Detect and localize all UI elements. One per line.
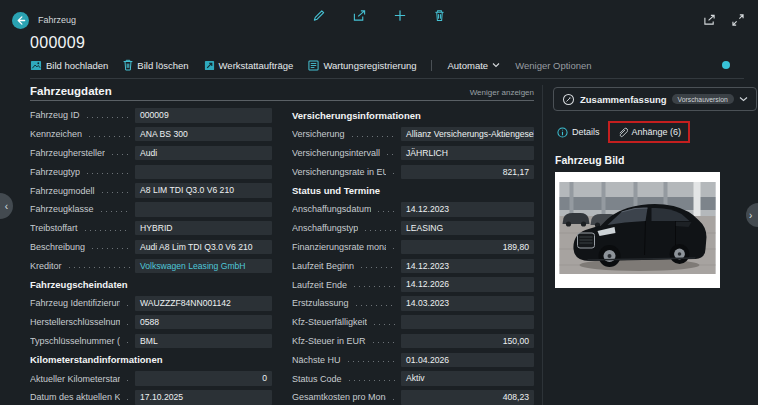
add-icon (394, 9, 407, 22)
dotted-leader (125, 379, 130, 382)
dotted-leader (100, 191, 130, 194)
field-value[interactable]: BML (135, 334, 272, 349)
field-value[interactable]: 000009 (135, 108, 272, 123)
back-arrow-icon (15, 15, 26, 26)
field-value[interactable]: 14.12.2023 (401, 202, 534, 217)
subsection-header: Versicherungsinformationen (292, 106, 534, 125)
delete-button[interactable] (434, 9, 446, 22)
form-field-row: Kfz-Steuer in EUR150,00 (292, 332, 534, 351)
form-field-row: Fahrzeugtyp (30, 162, 272, 181)
field-value[interactable] (135, 165, 272, 180)
form-field-row: VersicherungsintervallJÄHRLICH (292, 144, 534, 163)
vehicle-photo[interactable] (555, 172, 720, 288)
field-value[interactable]: HYBRID (135, 221, 272, 236)
field-value[interactable]: Audi (135, 146, 272, 161)
form-field-row: Laufzeit Ende14.12.2026 (292, 275, 534, 294)
tab-attachments[interactable]: Anhänge (6) (608, 121, 691, 143)
field-label: Typschlüsselnummer (TSN) (30, 336, 120, 346)
dotted-leader (359, 266, 396, 269)
field-label: Fahrzeug Identifizierungsnum... (30, 298, 120, 308)
field-value[interactable]: 189,80 (401, 240, 534, 255)
field-label: Fahrzeugklasse (30, 204, 94, 214)
field-label: Anschaffungstyp (292, 223, 358, 233)
form-field-row: Fahrzeug Identifizierungsnum...WAUZZZF84… (30, 294, 272, 313)
automate-menu[interactable]: Automate (447, 60, 500, 71)
form-field-row: Versicherungsrate in EUR821,17 (292, 162, 534, 181)
window-controls (703, 14, 744, 26)
field-value[interactable]: LEASING (401, 221, 534, 236)
subsection-header: Kilometerstandinformationen (30, 350, 272, 369)
dotted-leader (350, 135, 396, 138)
vehicle-data-section: Fahrzeugdaten Weniger anzeigen Fahrzeug … (30, 85, 542, 405)
field-value[interactable]: 01.04.2026 (401, 353, 534, 368)
field-value[interactable]: ANA BS 300 (135, 127, 272, 142)
field-value[interactable]: A8 LIM TDI Q3.0 V6 210 (135, 183, 272, 198)
field-value[interactable]: 150,00 (401, 334, 534, 349)
form-field-row: KreditorVolkswagen Leasing GmbH (30, 256, 272, 275)
action-label: Bild löschen (137, 60, 188, 71)
field-value[interactable]: 0 (135, 371, 272, 386)
field-value[interactable] (401, 315, 534, 330)
summary-tabs: Details Anhänge (6) (555, 121, 757, 143)
more-options-menu[interactable]: Weniger Optionen (515, 60, 591, 71)
field-label: Kreditor (30, 261, 62, 271)
field-value[interactable]: JÄHRLICH (401, 146, 534, 161)
field-value[interactable]: 17.10.2025 (135, 390, 272, 405)
dotted-leader (391, 398, 396, 401)
dotted-leader (376, 210, 396, 213)
subsection-header: Fahrzeugscheindaten (30, 275, 272, 294)
summary-card[interactable]: Zusammenfassung Vorschauversion (553, 87, 757, 111)
tab-details[interactable]: Details (555, 125, 602, 140)
field-value[interactable]: WAUZZZF84NN001142 (135, 296, 272, 311)
field-value[interactable]: 821,17 (401, 165, 534, 180)
fields-column-middle: VersicherungsinformationenVersicherungAl… (292, 106, 534, 405)
form-field-row: Fahrzeug ID000009 (30, 106, 272, 125)
field-value[interactable]: 0588 (135, 315, 272, 330)
image-upload-icon (30, 60, 42, 71)
form-field-row: Anschaffungsdatum14.12.2023 (292, 200, 534, 219)
field-label: Kfz-Steuer in EUR (292, 336, 366, 346)
open-record-button[interactable] (353, 9, 367, 22)
maintenance-icon (308, 60, 319, 71)
field-value[interactable]: 14.12.2023 (401, 259, 534, 274)
field-label: Anschaffungsdatum (292, 204, 371, 214)
field-value[interactable] (135, 202, 272, 217)
delete-image-action[interactable]: Bild löschen (123, 59, 188, 71)
field-value[interactable]: 408,23 (401, 390, 534, 405)
form-field-row: Finanzierungsrate monatlich in...189,80 (292, 238, 534, 257)
dotted-leader (125, 341, 130, 344)
field-label: Fahrzeughersteller (30, 148, 105, 158)
breadcrumb[interactable]: Fahrzeug (38, 15, 76, 25)
field-label: Herstellerschlüsselnummer (HS... (30, 317, 120, 327)
dotted-leader (391, 172, 396, 175)
form-field-row: Fahrzeugklasse (30, 200, 272, 219)
back-button[interactable] (12, 12, 29, 29)
maintenance-registration-action[interactable]: Wartungsregistrierung (308, 60, 416, 71)
form-field-row: Erstzulassung14.03.2023 (292, 294, 534, 313)
form-field-row: FahrzeugmodellA8 LIM TDI Q3.0 V6 210 (30, 181, 272, 200)
upload-image-action[interactable]: Bild hochladen (30, 60, 108, 71)
show-less-link[interactable]: Weniger anzeigen (470, 88, 534, 97)
field-value[interactable]: 14.12.2026 (401, 277, 534, 292)
dotted-leader (346, 360, 396, 363)
dotted-leader (391, 247, 396, 250)
field-value-link[interactable]: Volkswagen Leasing GmbH (135, 259, 272, 274)
form-field-row: Typschlüsselnummer (TSN)BML (30, 332, 272, 351)
open-in-new-window-button[interactable] (703, 14, 716, 26)
form-field-row: Gesamtkosten pro Monat in EUR408,23 (292, 388, 534, 405)
work-orders-action[interactable]: Werkstattaufträge (204, 60, 294, 71)
edit-button[interactable] (313, 9, 326, 22)
new-button[interactable] (394, 9, 407, 22)
form-field-row: BeschreibungAudi A8 Lim TDI Q3.0 V6 210 (30, 238, 272, 257)
fit-to-window-button[interactable] (732, 14, 744, 26)
dotted-leader (363, 229, 396, 232)
summary-title: Zusammenfassung (580, 94, 667, 105)
dotted-leader (87, 135, 130, 138)
field-value[interactable]: Audi A8 Lim TDI Q3.0 V6 210 (135, 240, 272, 255)
field-value[interactable]: 14.03.2023 (401, 296, 534, 311)
field-value[interactable]: Aktiv (401, 371, 534, 386)
field-value[interactable]: Allianz Versicherungs-Aktiengesellschaft (401, 127, 534, 142)
field-label: Versicherungsintervall (292, 148, 380, 158)
delete-icon (434, 9, 446, 22)
form-field-row: TreibstoffartHYBRID (30, 219, 272, 238)
